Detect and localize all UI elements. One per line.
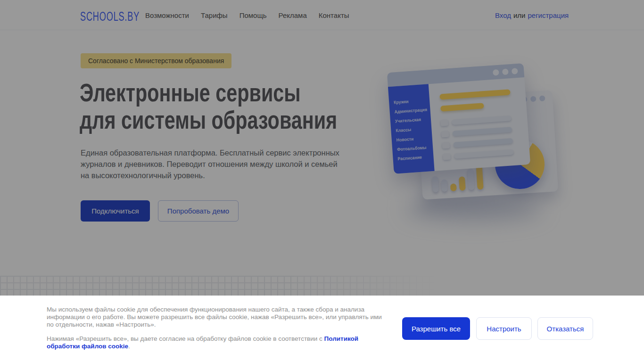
cookie-text-2-before: Нажимая «Разрешить все», вы даете соглас… <box>47 335 324 342</box>
decline-button[interactable]: Отказаться <box>537 317 593 340</box>
allow-all-button[interactable]: Разрешить все <box>402 317 470 340</box>
cookie-banner: Мы используем файлы cookie для обеспечен… <box>0 296 644 362</box>
cookie-text-1: Мы используем файлы cookie для обеспечен… <box>47 306 389 329</box>
cookie-text-2: Нажимая «Разрешить все», вы даете соглас… <box>47 335 389 350</box>
configure-button[interactable]: Настроить <box>476 317 532 340</box>
page: SCHOOLS.BY Возможности Тарифы Помощь Рек… <box>0 0 644 362</box>
cookie-text-2-after: . <box>128 343 130 350</box>
